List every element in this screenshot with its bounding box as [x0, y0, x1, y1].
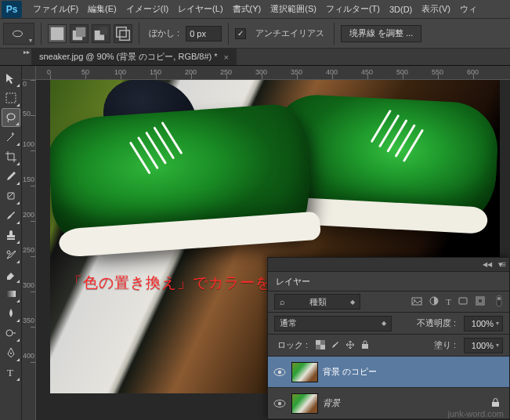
ruler-v-tick: 400	[23, 352, 34, 360]
svg-point-0	[13, 31, 23, 37]
layer-filter-label: 種類	[309, 296, 327, 308]
ruler-v-tick: 350	[23, 317, 34, 324]
svg-rect-21	[478, 299, 483, 303]
opacity-field[interactable]: 100%▾	[464, 316, 503, 331]
tools-panel: T	[0, 66, 22, 420]
gradient-tool-icon[interactable]	[2, 284, 20, 303]
move-tool-icon[interactable]	[2, 69, 20, 88]
panel-menu-icon[interactable]: ▾≡	[498, 259, 505, 270]
feather-input[interactable]	[186, 26, 222, 42]
antialias-label: アンチエイリアス	[255, 27, 324, 39]
refine-edge-button[interactable]: 境界線 を調整 ...	[341, 25, 421, 42]
filter-pixel-icon[interactable]	[411, 295, 422, 308]
tool-preset-dropdown[interactable]: ▾	[3, 23, 34, 45]
ruler-origin[interactable]	[22, 66, 36, 80]
history-brush-tool-icon[interactable]	[2, 245, 20, 264]
lasso-tool-icon[interactable]	[2, 108, 20, 127]
panel-tab-bar: ◀◀ ▾≡	[268, 258, 509, 272]
app-logo: Ps	[2, 1, 22, 18]
filter-smart-icon[interactable]	[475, 295, 486, 308]
wand-tool-icon[interactable]	[2, 128, 20, 147]
svg-rect-10	[8, 193, 14, 199]
visibility-icon[interactable]	[273, 365, 287, 379]
eraser-tool-icon[interactable]	[2, 265, 20, 284]
panel-title[interactable]: レイヤー	[268, 272, 509, 291]
separator	[334, 23, 335, 45]
layer-name[interactable]: 背景	[323, 397, 340, 409]
blend-opacity-row: 通常 ◆ 不透明度 : 100%▾	[268, 313, 509, 335]
selection-add-icon[interactable]	[70, 24, 89, 43]
layer-item[interactable]: 背景 のコピー	[268, 357, 509, 388]
menu-view[interactable]: 表示(V)	[417, 0, 455, 18]
options-bar: ▾ ぼかし : ✓ アンチエイリアス 境界線 を調整 ...	[0, 19, 510, 49]
layer-thumbnail[interactable]	[291, 362, 318, 382]
type-tool-icon[interactable]: T	[2, 363, 20, 382]
svg-text:T: T	[7, 367, 13, 378]
filter-type-icon[interactable]: T	[446, 297, 451, 306]
ruler-v-tick: 50	[23, 110, 31, 118]
panel-collapse-icon[interactable]: ◀◀	[483, 261, 492, 268]
menu-type[interactable]: 書式(Y)	[228, 0, 266, 18]
layer-thumbnail[interactable]	[291, 393, 318, 414]
document-tab[interactable]: sneaker.jpg @ 90% (背景 のコピー, RGB/8#) * ×	[31, 49, 237, 65]
document-tab-title: sneaker.jpg @ 90% (背景 のコピー, RGB/8#) *	[39, 51, 218, 63]
filter-shape-icon[interactable]	[458, 295, 468, 308]
healing-tool-icon[interactable]	[2, 186, 20, 205]
svg-point-11	[7, 251, 10, 254]
pen-tool-icon[interactable]	[2, 343, 20, 362]
menu-image[interactable]: イメージ(I)	[121, 0, 173, 18]
svg-point-31	[278, 401, 281, 404]
svg-rect-19	[459, 298, 467, 304]
visibility-icon[interactable]	[273, 396, 287, 411]
layer-name[interactable]: 背景 のコピー	[323, 366, 377, 378]
selection-subtract-icon[interactable]	[92, 24, 110, 43]
ruler-v-tick: 250	[23, 246, 34, 254]
lock-fill-row: ロック : 塗り : 100%▾	[268, 335, 509, 357]
brush-tool-icon[interactable]	[2, 206, 20, 225]
fill-label: 塗り :	[434, 339, 456, 351]
dodge-tool-icon[interactable]	[2, 324, 20, 342]
filter-adjust-icon[interactable]	[429, 295, 439, 308]
lock-all-icon[interactable]	[360, 340, 370, 351]
selection-new-icon[interactable]	[48, 24, 67, 43]
svg-point-14	[10, 353, 12, 354]
menu-filter[interactable]: フィルター(T)	[321, 0, 385, 18]
lock-transparent-icon[interactable]	[316, 340, 325, 351]
menu-edit[interactable]: 編集(E)	[83, 0, 121, 18]
lock-position-icon[interactable]	[345, 340, 355, 351]
svg-rect-8	[6, 93, 16, 103]
antialias-checkbox[interactable]: ✓	[235, 28, 246, 39]
menu-layer[interactable]: レイヤー(L)	[173, 0, 227, 18]
crop-tool-icon[interactable]	[2, 147, 20, 166]
menu-select[interactable]: 選択範囲(S)	[266, 0, 321, 18]
svg-point-13	[6, 330, 13, 336]
menu-3d[interactable]: 3D(D)	[385, 2, 417, 17]
lock-paint-icon[interactable]	[331, 340, 340, 351]
fill-field[interactable]: 100%▾	[464, 338, 503, 353]
ruler-vertical[interactable]: 0 50 100 150 200 250 300 350 400	[22, 80, 36, 420]
close-icon[interactable]: ×	[224, 52, 229, 62]
document-tab-bar: sneaker.jpg @ 90% (背景 のコピー, RGB/8#) * ×	[0, 49, 510, 66]
separator	[139, 23, 139, 45]
ruler-horizontal[interactable]: 0 50 100 150 200 250 300 350 400 450 500…	[36, 66, 510, 80]
selection-intersect-icon[interactable]	[114, 24, 132, 43]
svg-point-29	[278, 370, 281, 373]
marquee-tool-icon[interactable]	[2, 89, 20, 107]
separator	[41, 23, 42, 45]
layer-filter-dropdown[interactable]: ⌕ 種類 ◆	[274, 294, 360, 310]
ruler-v-tick: 300	[23, 281, 34, 289]
menu-file[interactable]: ファイル(F)	[28, 0, 83, 18]
svg-rect-1	[51, 27, 64, 40]
stamp-tool-icon[interactable]	[2, 226, 20, 244]
blur-tool-icon[interactable]	[2, 304, 20, 323]
blend-mode-dropdown[interactable]: 通常 ◆	[274, 316, 392, 331]
blend-mode-value: 通常	[280, 317, 297, 329]
eyedropper-tool-icon[interactable]	[2, 167, 20, 186]
panel-collapse-icon[interactable]: ▸▸	[24, 49, 30, 56]
svg-rect-5	[100, 27, 108, 34]
menu-window[interactable]: ウィ	[455, 0, 482, 18]
filter-toggle-switch[interactable]	[495, 295, 503, 309]
ruler-v-tick: 0	[23, 80, 27, 88]
lock-label: ロック :	[277, 339, 308, 351]
svg-rect-32	[492, 402, 499, 407]
